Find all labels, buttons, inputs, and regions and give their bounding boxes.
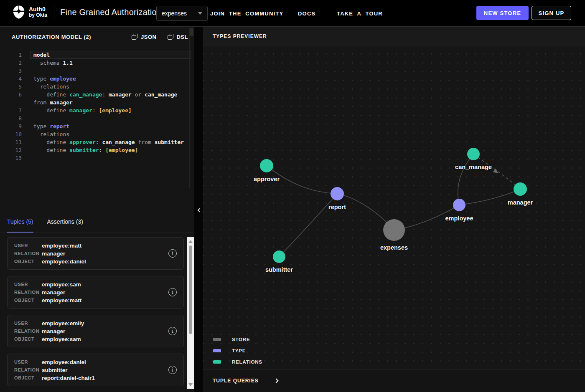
tuple-field-label: RELATION	[14, 327, 42, 335]
chevron-down-icon	[198, 12, 202, 15]
tuple-field-label: OBJECT	[14, 374, 42, 382]
tuple-field-row: USERemployee:matt	[14, 242, 168, 250]
line-number: 11	[0, 138, 22, 146]
code-text: define submitter: [employee]	[33, 146, 138, 154]
line-number	[0, 99, 22, 106]
code-line[interactable]: 9type report	[0, 122, 194, 130]
tuple-field-value: employee:emily	[42, 319, 84, 327]
info-icon[interactable]: i	[168, 249, 177, 258]
graph-node-employee[interactable]	[453, 199, 465, 211]
code-text: type report	[33, 122, 69, 130]
dsl-code-editor[interactable]: 1model2 schema 1.134type employee5 relat…	[0, 50, 194, 211]
editor-ruler-marker	[190, 28, 193, 36]
brand-auth0: Auth0	[29, 6, 47, 13]
tuple-field-value: employee:matt	[42, 296, 81, 304]
tuple-field-row: USERemployee:emily	[14, 319, 168, 327]
graph-node-expenses[interactable]	[383, 219, 405, 241]
copy-json-button[interactable]: JSON	[132, 34, 156, 40]
brand-text: Auth0 by Okta	[29, 6, 47, 18]
tuple-field-row: OBJECTemployee:matt	[14, 296, 168, 304]
tab-assertions[interactable]: Assertions (3)	[47, 211, 83, 233]
tuple-field-row: RELATIONmanager	[14, 288, 168, 296]
code-line[interactable]: 1model	[0, 51, 194, 59]
tuple-field-value: employee:sam	[42, 335, 81, 343]
edge-approver-report	[267, 166, 337, 194]
tuple-field-row: OBJECTreport:daniel-chair1	[14, 374, 168, 382]
tuple-field-label: USER	[14, 319, 42, 327]
tuple-field-value: submitter	[42, 366, 68, 374]
scrollbar-up-arrow-icon[interactable]	[188, 240, 193, 243]
previewer-header: TYPES PREVIEWER	[203, 27, 585, 46]
code-line[interactable]: 10 relations	[0, 130, 194, 138]
legend-label: STORE	[232, 337, 250, 342]
previewer-title: TYPES PREVIEWER	[213, 33, 267, 39]
code-line[interactable]: 6 define can_manage: manager or can_mana…	[0, 91, 194, 99]
edge-employee-canmanage	[458, 154, 473, 205]
sign-up-button[interactable]: SIGN UP	[532, 6, 571, 20]
code-line[interactable]: 13	[0, 154, 194, 162]
tab-tuples[interactable]: Tuples (5)	[7, 211, 33, 233]
collapse-panel-button[interactable]	[195, 206, 202, 214]
code-line[interactable]: 7 define manager: [employee]	[0, 106, 194, 114]
code-line[interactable]: 12 define submitter: [employee]	[0, 146, 194, 154]
graph-node-report[interactable]	[331, 187, 344, 200]
store-selector[interactable]: expenses	[156, 6, 208, 21]
new-store-button[interactable]: NEW STORE	[476, 6, 529, 20]
tuple-field-label: OBJECT	[14, 296, 42, 304]
code-text: type employee	[33, 75, 76, 83]
tuple-field-value: manager	[42, 288, 65, 296]
edge-employee-manager	[459, 189, 520, 205]
product-title: Fine Grained Authorization	[60, 8, 161, 17]
code-line[interactable]: 3	[0, 67, 194, 75]
types-graph-canvas[interactable]: approver report submitter expenses emplo…	[203, 46, 585, 369]
code-line[interactable]: 11 define approver: can_manage from subm…	[0, 138, 194, 146]
tuple-fields: USERemployee:emilyRELATIONmanagerOBJECTe…	[14, 319, 168, 343]
nav-link-docs[interactable]: DOCS	[298, 0, 315, 27]
tuple-field-label: USER	[14, 358, 42, 366]
scrollbar-thumb[interactable]	[189, 245, 192, 334]
tuple-fields: USERemployee:samRELATIONmanagerOBJECTemp…	[14, 281, 168, 304]
nav-link-take-a-tour[interactable]: TAKE A TOUR	[337, 0, 383, 27]
tuple-queries-bar[interactable]: TUPLE QUERIES	[203, 369, 585, 392]
code-line[interactable]: 2 schema 1.1	[0, 59, 194, 67]
tuple-field-value: employee:matt	[42, 242, 81, 250]
code-line[interactable]: 5 relations	[0, 83, 194, 91]
tuple-field-value: employee:daniel	[42, 358, 86, 366]
tuple-field-row: OBJECTemployee:daniel	[14, 258, 168, 266]
line-number: 4	[0, 75, 22, 83]
edge-submitter-report	[279, 194, 337, 257]
graph-node-submitter[interactable]	[273, 250, 285, 263]
authorization-model-panel: AUTHORIZATION MODEL (2) JSON DSL 1model2…	[0, 27, 194, 392]
code-line[interactable]: 4type employee	[0, 75, 194, 83]
nav-link-join-community[interactable]: JOIN THE COMMUNITY	[210, 0, 283, 27]
tuple-list: USERemployee:mattRELATIONmanagerOBJECTem…	[0, 233, 194, 392]
info-icon[interactable]: i	[168, 288, 177, 296]
tuple-field-value: manager	[42, 250, 65, 258]
tuple-list-scrollbar[interactable]	[187, 237, 194, 389]
tuple-fields: USERemployee:mattRELATIONmanagerOBJECTem…	[14, 242, 168, 266]
brand-logo: Auth0 by Okta Fine Grained Authorization	[13, 5, 161, 20]
model-panel-header: AUTHORIZATION MODEL (2) JSON DSL	[0, 27, 194, 47]
info-icon[interactable]: i	[168, 327, 177, 335]
line-number: 5	[0, 83, 22, 91]
editor-overview-ruler[interactable]	[189, 28, 193, 188]
tuple-card[interactable]: USERemployee:emilyRELATIONmanagerOBJECTe…	[7, 315, 184, 347]
tuple-field-label: OBJECT	[14, 258, 42, 266]
info-icon[interactable]: i	[168, 366, 177, 374]
tuples-assertions-tabs: Tuples (5) Assertions (3)	[0, 211, 194, 233]
tuple-card[interactable]: USERemployee:danielRELATIONsubmitterOBJE…	[7, 354, 184, 386]
legend-label: RELATIONS	[232, 359, 262, 364]
tuple-field-label: USER	[14, 242, 42, 250]
tuple-field-row: RELATIONmanager	[14, 327, 168, 335]
copy-dsl-button[interactable]: DSL	[168, 34, 188, 40]
scrollbar-down-arrow-icon[interactable]	[188, 383, 193, 386]
code-line[interactable]: from manager	[0, 99, 194, 106]
tuple-card[interactable]: USERemployee:mattRELATIONmanagerOBJECTem…	[7, 237, 184, 270]
graph-node-manager[interactable]	[514, 182, 527, 196]
tuple-card[interactable]: USERemployee:samRELATIONmanagerOBJECTemp…	[7, 276, 184, 309]
graph-node-approver[interactable]	[260, 159, 273, 172]
line-number: 10	[0, 130, 22, 138]
code-line[interactable]: 8	[0, 114, 194, 122]
graph-node-can-manage[interactable]	[467, 148, 480, 160]
model-panel-title: AUTHORIZATION MODEL (2)	[12, 34, 121, 40]
